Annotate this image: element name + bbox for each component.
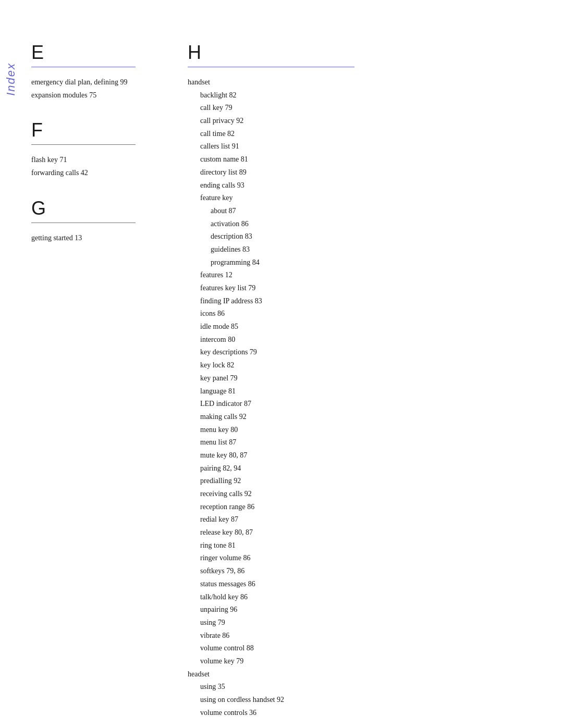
right-column: H handset backlight 82 call key 79 call … xyxy=(188,42,542,728)
list-item: menu key 80 xyxy=(200,424,542,436)
list-item: headset xyxy=(188,669,542,680)
list-item: key descriptions 79 xyxy=(200,347,542,358)
section-H-divider xyxy=(188,67,354,67)
list-item: intercom 80 xyxy=(200,334,542,346)
list-item: using 79 xyxy=(200,617,542,628)
list-item: features key list 79 xyxy=(200,282,542,294)
list-item: finding IP address 83 xyxy=(200,295,542,307)
left-column: E emergency dial plan, defining 99 expan… xyxy=(31,42,188,728)
list-item: description 83 xyxy=(211,231,542,242)
list-item: pairing 82, 94 xyxy=(200,463,542,474)
section-E-divider xyxy=(31,67,136,67)
section-G-letter: G xyxy=(31,198,167,219)
list-item: predialling 92 xyxy=(200,475,542,487)
list-item: backlight 82 xyxy=(200,90,542,101)
section-E-letter: E xyxy=(31,42,167,64)
list-item: call privacy 92 xyxy=(200,115,542,127)
list-item: receiving calls 92 xyxy=(200,488,542,500)
section-F-letter: F xyxy=(31,119,167,141)
list-item: call time 82 xyxy=(200,128,542,140)
section-E: E emergency dial plan, defining 99 expan… xyxy=(31,42,167,101)
list-item: features 12 xyxy=(200,269,542,281)
list-item: reception range 86 xyxy=(200,501,542,513)
sidebar-index: Index xyxy=(0,0,22,728)
list-item: icons 86 xyxy=(200,308,542,319)
list-item: about 87 xyxy=(211,205,542,217)
list-item: ring tone 81 xyxy=(200,540,542,551)
list-item: key panel 79 xyxy=(200,373,542,384)
list-item: directory list 89 xyxy=(200,167,542,178)
list-item: activation 86 xyxy=(211,218,542,230)
list-item: custom name 81 xyxy=(200,154,542,165)
section-H: H handset backlight 82 call key 79 call … xyxy=(188,42,542,718)
list-item: ringer volume 86 xyxy=(200,552,542,564)
list-item: menu list 87 xyxy=(200,437,542,448)
list-item: making calls 92 xyxy=(200,411,542,423)
section-G: G getting started 13 xyxy=(31,198,167,244)
list-item: unpairing 96 xyxy=(200,604,542,615)
list-item: callers list 91 xyxy=(200,141,542,152)
section-H-letter: H xyxy=(188,42,542,64)
list-item: flash key 71 xyxy=(31,154,167,166)
list-item: feature key xyxy=(200,192,542,204)
list-item: softkeys 79, 86 xyxy=(200,565,542,577)
list-item: expansion modules 75 xyxy=(31,90,167,101)
list-item: volume key 79 xyxy=(200,656,542,667)
list-item: forwarding calls 42 xyxy=(31,167,167,179)
list-item: call key 79 xyxy=(200,102,542,114)
section-G-divider xyxy=(31,223,136,223)
list-item: LED indicator 87 xyxy=(200,398,542,410)
list-item: using 35 xyxy=(200,681,542,693)
list-item: emergency dial plan, defining 99 xyxy=(31,77,167,88)
list-item: volume control 88 xyxy=(200,643,542,654)
list-item: status messages 86 xyxy=(200,578,542,590)
list-item: mute key 80, 87 xyxy=(200,450,542,461)
section-F: F flash key 71 forwarding calls 42 xyxy=(31,119,167,178)
list-item: using on cordless handset 92 xyxy=(200,694,542,706)
list-item: vibrate 86 xyxy=(200,630,542,641)
list-item: release key 80, 87 xyxy=(200,527,542,538)
list-item: programming 84 xyxy=(211,257,542,268)
list-item: idle mode 85 xyxy=(200,321,542,332)
list-item: redial key 87 xyxy=(200,514,542,525)
list-item: volume controls 36 xyxy=(200,707,542,719)
list-item: getting started 13 xyxy=(31,232,167,244)
list-item: handset xyxy=(188,77,542,88)
section-F-divider xyxy=(31,144,136,145)
list-item: language 81 xyxy=(200,386,542,397)
list-item: ending calls 93 xyxy=(200,180,542,191)
list-item: key lock 82 xyxy=(200,360,542,371)
sidebar-index-label: Index xyxy=(4,63,18,96)
list-item: guidelines 83 xyxy=(211,244,542,255)
list-item: talk/hold key 86 xyxy=(200,591,542,603)
